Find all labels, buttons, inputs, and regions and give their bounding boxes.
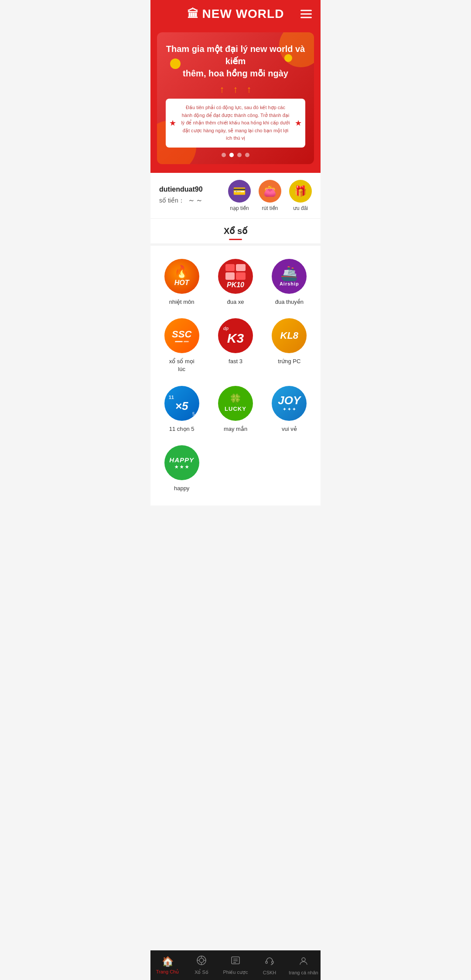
uu-dai-button[interactable]: 🎁 ưu đãi [289,180,312,211]
username: dutienduat90 [159,186,228,193]
game-fast3[interactable]: dp K3 fast 3 [208,312,262,379]
game-11-chon-5[interactable]: 11 ×5 5 11 chọn 5 [155,380,208,439]
xoso-icon [197,956,206,968]
rut-tien-icon: 👛 [259,180,281,203]
game-dua-xe[interactable]: PK10 đua xe [208,253,262,312]
section-title: Xổ số [150,226,321,236]
section-title-wrap: Xổ số [150,219,321,244]
nav-trang-ca-nhan[interactable]: trang cá nhân [287,951,321,980]
game-dua-thuyen[interactable]: 🚢 Airship đua thuyền [263,253,316,312]
user-actions: 💳 nạp tiền 👛 rút tiền 🎁 ưu đãi [228,180,312,211]
banner-card[interactable]: Tham gia một đại lý new world và kiếm th… [157,32,314,164]
home-icon: 🏠 [162,956,174,967]
ssc-icon: SSC [164,318,199,353]
bottom-nav: 🏠 Trang Chủ Xổ Số Phiếu cược [150,950,321,980]
uu-dai-icon: 🎁 [289,180,312,203]
fast3-label: fast 3 [229,358,242,365]
dua-xe-label: đua xe [227,298,244,306]
dua-thuyen-icon: 🚢 Airship [272,259,307,294]
nav-phieu-cuoc[interactable]: Phiếu cược [218,951,253,980]
nap-tien-label: nạp tiền [230,205,249,211]
svg-point-1 [199,958,204,963]
game-nhiet-mon[interactable]: 🔥 HOT nhiệt môn [155,253,208,312]
nhiet-mon-icon: 🔥 HOT [164,259,199,294]
nav-cskh[interactable]: CSKH [253,951,287,980]
lucky-label: may mắn [224,425,247,433]
rut-tien-label: rút tiền [262,205,278,211]
svg-rect-7 [272,961,273,963]
nav-xo-so[interactable]: Xổ Số [184,951,218,980]
game-happy[interactable]: HAPPY ★ ★ ★ happy [155,439,208,499]
ssc-label: xổ số mọilúc [169,358,195,373]
game-trung-pc[interactable]: KL8 trứng PC [263,312,316,379]
11x5-icon: 11 ×5 5 [164,386,199,421]
fast3-icon: dp K3 [218,318,253,353]
balance-value: ～～ [188,196,204,205]
balance-row: số tiền： ～～ [159,196,228,205]
nav-trang-chu[interactable]: 🏠 Trang Chủ [150,951,184,980]
nap-tien-button[interactable]: 💳 nạp tiền [228,180,251,211]
joy-icon: JOY ✦ ✦ ✦ [272,386,307,421]
app-logo: 🏛 NEW WORLD [187,7,284,21]
lucky-icon: 🍀 LUCKY [218,386,253,421]
game-grid: 🔥 HOT nhiệt môn PK10 đua xe 🚢 Ai [150,246,321,505]
rut-tien-button[interactable]: 👛 rút tiền [259,180,281,211]
user-section: dutienduat90 số tiền： ～～ 💳 nạp tiền 👛 rú… [150,173,321,219]
app-header: 🏛 NEW WORLD [150,0,321,28]
dot-1[interactable] [222,153,226,157]
dot-4[interactable] [245,153,249,157]
game-xo-so-moi-luc[interactable]: SSC xổ số mọilúc [155,312,208,379]
nap-tien-icon: 💳 [228,180,251,203]
banner-description: Đầu tiên phải có động lực, sau đó kết hợ… [172,104,299,142]
balance-label: số tiền： [159,197,184,205]
nav-cskh-label: CSKH [263,970,276,975]
happy-label: happy [174,485,189,492]
dua-thuyen-label: đua thuyền [275,298,304,306]
banner-title: Tham gia một đại lý new world và kiếm th… [166,43,305,79]
nav-phieu-cuoc-label: Phiếu cược [223,970,248,975]
banner-section: Tham gia một đại lý new world và kiếm th… [150,28,321,173]
user-info: dutienduat90 số tiền： ～～ [159,186,228,205]
happy-icon: HAPPY ★ ★ ★ [164,445,199,480]
banner-description-box: ★ ★ Đầu tiên phải có động lực, sau đó kế… [166,99,305,148]
dot-2[interactable] [229,153,234,157]
kl8-label: trứng PC [278,358,300,365]
logo-text: NEW WORLD [202,7,284,21]
logo-icon: 🏛 [187,7,199,21]
banner-arrows: ↑ ↑ ↑ [166,84,305,95]
kl8-icon: KL8 [272,318,307,353]
dot-3[interactable] [237,153,242,157]
nhiet-mon-label: nhiệt môn [169,298,195,306]
svg-point-8 [302,958,305,961]
headset-icon [265,956,274,968]
svg-rect-6 [266,961,267,963]
section-underline [229,239,242,240]
nav-trang-ca-nhan-label: trang cá nhân [289,970,318,975]
section-divider [150,244,321,244]
11x5-label: 11 chọn 5 [169,425,195,433]
dua-xe-icon: PK10 [218,259,253,294]
star-right-icon: ★ [295,118,302,128]
user-icon [299,956,308,968]
ticket-icon [231,956,240,968]
uu-dai-label: ưu đãi [293,205,308,211]
nav-trang-chu-label: Trang Chủ [156,969,179,975]
menu-button[interactable] [300,10,312,18]
star-left-icon: ★ [169,118,176,128]
game-may-man[interactable]: 🍀 LUCKY may mắn [208,380,262,439]
game-vui-ve[interactable]: JOY ✦ ✦ ✦ vui vẻ [263,380,316,439]
joy-label: vui vẻ [282,425,297,433]
nav-xo-so-label: Xổ Số [195,970,208,975]
